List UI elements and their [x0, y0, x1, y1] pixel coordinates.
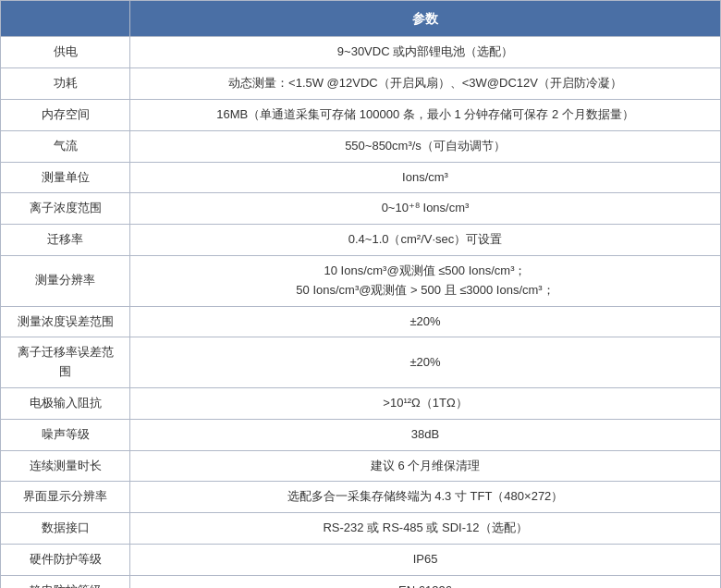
row-label-12: 连续测量时长 [1, 450, 130, 482]
row-value-14: RS-232 或 RS-485 或 SDI-12（选配） [130, 513, 721, 545]
row-value-2: 16MB（单通道采集可存储 100000 条，最小 1 分钟存储可保存 2 个月… [130, 99, 721, 130]
row-label-3: 气流 [1, 130, 130, 162]
row-value-8: ±20% [130, 306, 721, 337]
specs-table: 参数 供电9~30VDC 或内部锂电池（选配）功耗动态测量：<1.5W @12V… [0, 0, 721, 588]
row-value-16: EN 61326 [130, 575, 721, 588]
row-value-13: 选配多合一采集存储终端为 4.3 寸 TFT（480×272） [130, 482, 721, 513]
row-label-9: 离子迁移率误差范围 [1, 337, 130, 388]
row-label-0: 供电 [1, 37, 130, 68]
header-col2: 参数 [130, 1, 721, 37]
row-label-10: 电极输入阻抗 [1, 387, 130, 419]
row-label-8: 测量浓度误差范围 [1, 306, 130, 337]
row-value-4: Ions/cm³ [130, 162, 721, 193]
row-label-4: 测量单位 [1, 162, 130, 193]
header-col1 [1, 1, 130, 37]
row-value-6: 0.4~1.0（cm²/V·sec）可设置 [130, 225, 721, 256]
row-value-11: 38dB [130, 419, 721, 450]
row-value-9: ±20% [130, 337, 721, 388]
row-label-13: 界面显示分辨率 [1, 482, 130, 513]
row-value-line-7-1: 50 Ions/cm³@观测值 > 500 且 ≤3000 Ions/cm³； [296, 283, 554, 297]
row-label-5: 离子浓度范围 [1, 193, 130, 225]
row-value-5: 0~10⁺⁸ Ions/cm³ [130, 193, 721, 225]
row-value-10: >10¹²Ω（1TΩ） [130, 387, 721, 419]
row-label-14: 数据接口 [1, 513, 130, 545]
row-label-15: 硬件防护等级 [1, 544, 130, 575]
row-value-1: 动态测量：<1.5W @12VDC（开启风扇）、<3W@DC12V（开启防冷凝） [130, 68, 721, 100]
row-value-3: 550~850cm³/s（可自动调节） [130, 130, 721, 162]
row-label-11: 噪声等级 [1, 419, 130, 450]
row-label-2: 内存空间 [1, 99, 130, 130]
row-value-0: 9~30VDC 或内部锂电池（选配） [130, 37, 721, 68]
row-label-16: 静电防护等级 [1, 575, 130, 588]
row-label-1: 功耗 [1, 68, 130, 100]
row-value-12: 建议 6 个月维保清理 [130, 450, 721, 482]
row-value-line-7-0: 10 Ions/cm³@观测值 ≤500 Ions/cm³； [324, 263, 526, 277]
row-value-15: IP65 [130, 544, 721, 575]
row-value-7: 10 Ions/cm³@观测值 ≤500 Ions/cm³；50 Ions/cm… [130, 255, 721, 306]
row-label-7: 测量分辨率 [1, 255, 130, 306]
row-label-6: 迁移率 [1, 225, 130, 256]
